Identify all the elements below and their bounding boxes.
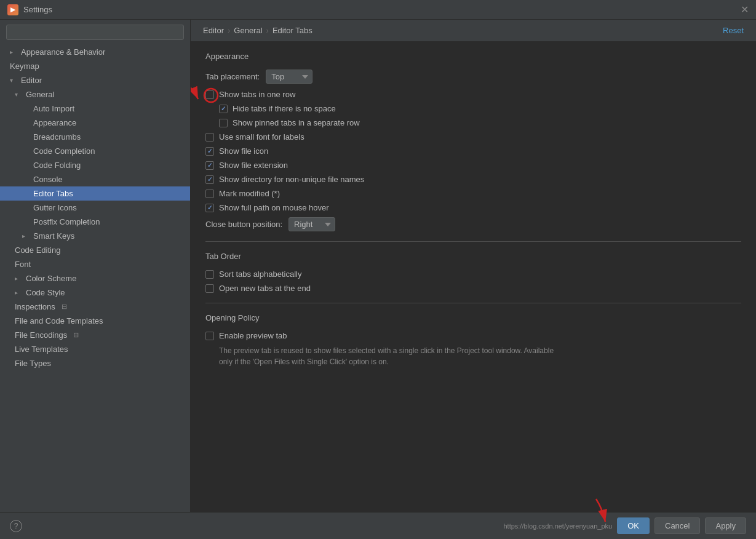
show-tabs-one-row-row: Show tabs in one row [205,90,741,99]
enable-preview-tab-label[interactable]: Enable preview tab [205,331,287,340]
close-button-label: Close button position: [205,220,282,229]
close-button[interactable]: ✕ [741,4,749,15]
mark-modified-label[interactable]: Mark modified (*) [205,189,280,198]
sidebar-item-label-file-code-templates: File and Code Templates [15,316,103,325]
show-tabs-one-row-label[interactable]: Show tabs in one row [205,90,295,99]
sidebar-item-appearance-behavior[interactable]: ▸Appearance & Behavior [0,45,190,59]
breadcrumb: Editor › General › Editor Tabs [203,26,312,35]
sidebar-item-code-completion[interactable]: Code Completion [0,144,190,158]
sidebar-item-font[interactable]: Font [0,257,190,271]
close-button-dropdown[interactable]: Right Left Hidden [288,217,335,231]
file-icon: ⊟ [73,331,79,339]
sidebar-item-label-inspections: Inspections [15,302,55,311]
small-font-checkbox[interactable] [205,133,214,142]
sidebar-item-editor[interactable]: ▾Editor [0,73,190,87]
open-new-at-end-text: Open new tabs at the end [219,284,311,293]
show-pinned-tabs-row: Show pinned tabs in a separate row [205,118,741,127]
show-directory-row: Show directory for non-unique file names [205,175,741,184]
sidebar-item-inspections[interactable]: Inspections⊟ [0,300,190,314]
sidebar-item-appearance[interactable]: Appearance [0,116,190,130]
bottom-bar-right: https://blog.csdn.net/yerenyuan_pku OK C… [503,517,746,534]
sort-alphabetically-text: Sort tabs alphabetically [219,270,301,279]
sidebar-item-smart-keys[interactable]: ▸Smart Keys [0,229,190,243]
divider-1 [205,241,741,242]
content-scroll[interactable]: Appearance Tab placement: Top Bottom Lef… [191,42,756,512]
close-button-position-row: Close button position: Right Left Hidden [205,217,741,231]
show-file-icon-checkbox[interactable] [205,147,214,156]
chevron-icon: ▸ [15,275,22,282]
help-button[interactable]: ? [10,520,22,532]
sidebar-item-label-font: Font [15,260,31,269]
sidebar-item-keymap[interactable]: Keymap [0,59,190,73]
search-input[interactable] [6,25,184,40]
enable-preview-tab-text: Enable preview tab [219,331,287,340]
show-directory-text: Show directory for non-unique file names [219,175,364,184]
sort-alphabetically-label[interactable]: Sort tabs alphabetically [205,270,301,279]
appearance-section: Appearance Tab placement: Top Bottom Lef… [205,52,741,231]
show-file-ext-text: Show file extension [219,161,288,170]
show-tabs-one-row-text: Show tabs in one row [219,90,295,99]
preview-tab-description: The preview tab is reused to show files … [219,345,563,367]
sidebar-item-label-auto-import: Auto Import [33,104,74,113]
sidebar-item-label-editor-tabs: Editor Tabs [33,189,73,198]
sidebar-item-editor-tabs[interactable]: Editor Tabs [0,186,190,201]
apply-button[interactable]: Apply [705,517,746,534]
show-full-path-label[interactable]: Show full path on mouse hover [205,203,329,212]
sidebar-item-code-folding[interactable]: Code Folding [0,158,190,172]
sidebar-item-label-postfix-completion: Postfix Completion [33,217,100,226]
show-file-ext-label[interactable]: Show file extension [205,161,288,170]
sidebar-item-auto-import[interactable]: Auto Import [0,102,190,116]
show-directory-label[interactable]: Show directory for non-unique file names [205,175,364,184]
tab-placement-dropdown[interactable]: Top Bottom Left Right None [266,70,312,84]
show-directory-checkbox[interactable] [205,175,214,184]
sidebar-item-label-live-templates: Live Templates [15,345,68,354]
open-new-at-end-checkbox[interactable] [205,284,214,293]
hide-tabs-no-space-label[interactable]: Hide tabs if there is no space [219,104,336,113]
show-full-path-checkbox[interactable] [205,204,214,212]
sidebar-item-gutter-icons[interactable]: Gutter Icons [0,201,190,215]
show-tabs-one-row-checkbox[interactable] [205,90,214,99]
show-file-ext-checkbox[interactable] [205,161,214,170]
sidebar-item-postfix-completion[interactable]: Postfix Completion [0,215,190,229]
tab-placement-row: Tab placement: Top Bottom Left Right Non… [205,70,741,84]
sidebar-item-color-scheme[interactable]: ▸Color Scheme [0,271,190,285]
hide-tabs-no-space-text: Hide tabs if there is no space [233,104,336,113]
reset-button[interactable]: Reset [723,26,744,35]
sidebar-item-file-code-templates[interactable]: File and Code Templates [0,314,190,328]
sidebar-item-label-color-scheme: Color Scheme [26,274,76,283]
sidebar-item-file-types[interactable]: File Types [0,356,190,370]
sidebar-item-breadcrumbs[interactable]: Breadcrumbs [0,130,190,144]
show-pinned-tabs-checkbox[interactable] [219,119,228,127]
sidebar-item-console[interactable]: Console [0,172,190,186]
enable-preview-tab-checkbox[interactable] [205,332,214,340]
sidebar-item-label-code-completion: Code Completion [33,146,95,156]
small-font-label[interactable]: Use small font for labels [205,132,304,142]
sidebar-item-label-code-style: Code Style [26,288,65,297]
sidebar-item-general[interactable]: ▾General [0,87,190,102]
show-full-path-text: Show full path on mouse hover [219,203,329,212]
sidebar-item-file-encodings[interactable]: File Encodings⊟ [0,328,190,342]
sidebar-item-code-editing[interactable]: Code Editing [0,243,190,257]
breadcrumb-part-editor-tabs[interactable]: Editor Tabs [273,26,312,35]
sidebar-item-code-style[interactable]: ▸Code Style [0,285,190,300]
show-pinned-tabs-label[interactable]: Show pinned tabs in a separate row [219,118,360,127]
sidebar-item-label-console: Console [33,175,63,184]
content-header: Editor › General › Editor Tabs Reset [191,20,756,42]
sort-alphabetically-checkbox[interactable] [205,270,214,279]
cancel-button[interactable]: Cancel [655,517,700,534]
title-bar: ▶ Settings ✕ [0,0,756,20]
mark-modified-checkbox[interactable] [205,190,214,198]
opening-policy-title: Opening Policy [205,313,741,325]
hide-tabs-no-space-checkbox[interactable] [219,105,228,113]
breadcrumb-part-editor[interactable]: Editor [203,26,224,35]
sidebar-item-label-file-encodings: File Encodings [15,330,67,340]
sidebar-item-label-keymap: Keymap [10,62,39,71]
ok-button[interactable]: OK [617,517,650,534]
open-new-at-end-label[interactable]: Open new tabs at the end [205,284,311,293]
arrow-annotation [191,71,199,108]
small-font-row: Use small font for labels [205,132,741,142]
sidebar-item-label-editor: Editor [21,76,42,85]
show-file-icon-label[interactable]: Show file icon [205,146,268,156]
breadcrumb-part-general[interactable]: General [234,26,262,35]
sidebar-item-live-templates[interactable]: Live Templates [0,342,190,356]
